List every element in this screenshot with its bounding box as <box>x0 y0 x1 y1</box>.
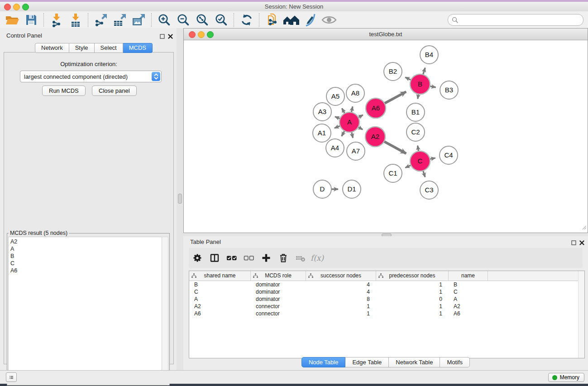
graph-edge-A-A2[interactable] <box>358 127 363 130</box>
close-table-panel-icon[interactable] <box>579 239 584 247</box>
graph-edge-B-B4[interactable] <box>423 68 425 75</box>
graph-edge-C-C4[interactable] <box>430 158 435 159</box>
column-header-name[interactable]: name <box>449 271 488 281</box>
table-options-gear-button[interactable] <box>189 250 206 266</box>
memory-button[interactable]: Memory <box>548 373 584 382</box>
column-header-shared-name[interactable]: shared name <box>189 271 251 281</box>
mcds-result-item[interactable]: A6 <box>10 267 162 274</box>
criterion-dropdown[interactable]: largest connected component (directed) <box>20 71 162 82</box>
float-panel-icon[interactable] <box>160 33 165 41</box>
graph-edge-A-A6[interactable] <box>358 115 363 118</box>
mcds-result-list[interactable]: A2ABCA6 <box>8 237 163 382</box>
new-network-from-selection-button[interactable] <box>263 12 282 28</box>
toolbar-separator <box>88 13 89 27</box>
task-history-button[interactable] <box>6 372 17 382</box>
table-row[interactable]: A2connector11A2 <box>189 303 584 310</box>
table-row[interactable]: Adominator80A <box>189 295 584 303</box>
tab-mcds[interactable]: MCDS <box>123 43 153 53</box>
table-row[interactable]: Bdominator41B <box>189 281 584 288</box>
horizontal-split-divider[interactable] <box>183 233 588 236</box>
tab-style[interactable]: Style <box>69 43 95 53</box>
home-button[interactable] <box>282 12 301 28</box>
float-table-panel-icon[interactable] <box>571 239 576 247</box>
table-scrollbar[interactable] <box>578 271 584 358</box>
import-network-button[interactable] <box>47 12 66 28</box>
column-header-successor-nodes[interactable]: successor nodes <box>306 271 376 281</box>
mcds-result-item[interactable]: A2 <box>10 238 162 245</box>
export-table-button[interactable] <box>110 12 129 28</box>
close-panel-button[interactable]: Close panel <box>92 86 137 96</box>
refresh-button[interactable] <box>237 12 256 28</box>
tab-select[interactable]: Select <box>95 43 123 53</box>
graph-edge-A-A8[interactable] <box>351 106 353 112</box>
table-row[interactable]: Cdominator41C <box>189 288 584 295</box>
open-session-button[interactable] <box>3 12 22 28</box>
graph-edge-C-C1[interactable] <box>405 165 411 168</box>
column-header-predecessor-nodes[interactable]: predecessor nodes <box>376 271 449 281</box>
minimize-window-button[interactable] <box>13 4 20 10</box>
network-window-titlebar[interactable]: testGlobe.txt <box>184 29 588 40</box>
split-columns-button[interactable] <box>206 250 223 266</box>
zoom-fit-button[interactable] <box>193 12 212 28</box>
control-panel-tabs: NetworkStyleSelectMCDS <box>35 43 153 53</box>
search-input[interactable] <box>460 15 583 25</box>
export-image-button[interactable] <box>129 12 148 28</box>
graph-edge-A-A4[interactable] <box>342 131 345 136</box>
import-table-icon <box>68 13 83 27</box>
graph-edge-C-C3[interactable] <box>423 171 425 177</box>
import-table-button[interactable] <box>66 12 85 28</box>
hide-annotations-icon <box>303 13 317 27</box>
column-type-icon <box>191 273 196 278</box>
graph-edge-A-A3[interactable] <box>335 117 340 119</box>
graph-edge-B-B3[interactable] <box>430 86 436 87</box>
tab-node-table[interactable]: Node Table <box>301 357 346 367</box>
show-graphics-details-button[interactable] <box>320 12 339 28</box>
zoom-out-button[interactable] <box>174 12 193 28</box>
delete-columns-button[interactable] <box>275 250 292 266</box>
mcds-result-item[interactable]: A <box>10 245 162 253</box>
resize-grip-icon[interactable] <box>582 224 587 232</box>
graph-edge-A2-C[interactable] <box>384 142 406 154</box>
column-header-label: name <box>461 272 475 279</box>
tab-motifs[interactable]: Motifs <box>440 357 470 367</box>
graph-edge-A-A1[interactable] <box>335 126 340 128</box>
tab-edge-table[interactable]: Edge Table <box>345 357 389 367</box>
zoom-selected-button[interactable] <box>212 12 231 28</box>
tab-network-table[interactable]: Network Table <box>389 357 440 367</box>
unselect-all-columns-icon <box>244 253 254 263</box>
zoom-in-button[interactable] <box>155 12 174 28</box>
graph-edge-B-B2[interactable] <box>405 77 411 80</box>
mcds-panel: Optimization criterion: largest connecte… <box>4 52 174 364</box>
unselect-all-columns-button[interactable] <box>240 250 258 266</box>
hide-annotations-button[interactable] <box>301 12 320 28</box>
mcds-result-item[interactable]: B <box>10 253 162 260</box>
graph-edge-C-C2[interactable] <box>418 146 419 152</box>
network-zoom-button[interactable] <box>207 31 214 38</box>
table-row[interactable]: A6connector11A6 <box>189 310 584 317</box>
network-canvas[interactable]: AA1A2A3A4A5A6A7A8BB1B2B3B4CC1C2C3C4DD1 <box>184 40 588 233</box>
tab-network[interactable]: Network <box>35 43 69 53</box>
zoom-window-button[interactable] <box>22 4 29 10</box>
mcds-result-item[interactable]: C <box>10 260 162 267</box>
delete-columns-icon <box>278 253 288 263</box>
create-column-button[interactable] <box>258 250 275 266</box>
select-all-columns-button[interactable] <box>223 250 240 266</box>
search-field[interactable] <box>448 14 583 26</box>
mcds-result-scrollbar[interactable] <box>162 237 168 382</box>
export-network-button[interactable] <box>91 12 110 28</box>
graph-edge-A6-B[interactable] <box>384 92 406 104</box>
save-session-button[interactable] <box>22 12 41 28</box>
graph-node-label-C3: C3 <box>425 186 433 194</box>
divider-collapse-handle[interactable] <box>178 194 182 204</box>
table-options-gear-icon <box>192 253 202 263</box>
run-mcds-button[interactable]: Run MCDS <box>42 86 86 96</box>
network-close-button[interactable] <box>189 31 196 38</box>
close-window-button[interactable] <box>4 4 11 10</box>
network-minimize-button[interactable] <box>198 31 205 38</box>
graph-edge-A-A7[interactable] <box>352 132 353 138</box>
graph-edge-A-A5[interactable] <box>342 108 344 113</box>
vertical-split-divider[interactable] <box>177 28 183 370</box>
column-header-MCDS-role[interactable]: MCDS role <box>251 271 306 281</box>
close-panel-icon[interactable] <box>168 33 173 41</box>
graph-edge-B-B1[interactable] <box>418 94 419 99</box>
